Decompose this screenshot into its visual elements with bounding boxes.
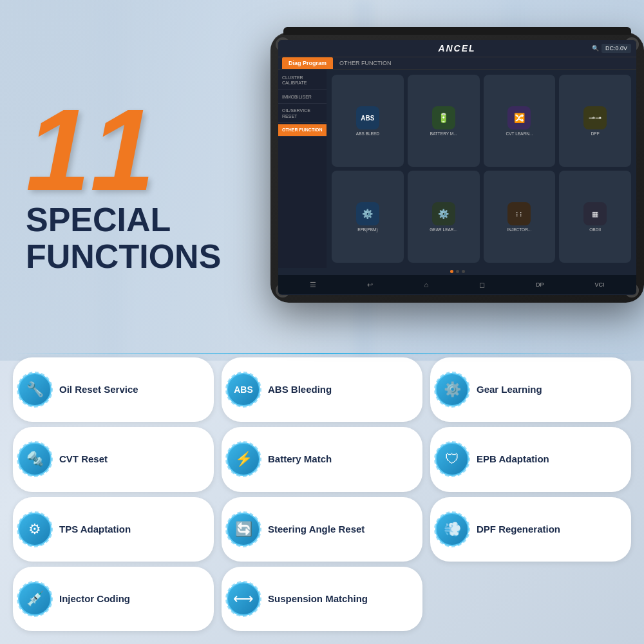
battery-match-icon-wrap: ⚡	[227, 442, 260, 476]
steering-reset-label: Steering Angle Reset	[268, 524, 365, 535]
grid-epb[interactable]: ⚙️ EPB(PBM)	[332, 171, 404, 263]
sidebar-other[interactable]: OTHER FUNCTION	[278, 124, 327, 137]
grid-obd[interactable]: ▦ OBDII	[559, 171, 631, 263]
sidebar-oil[interactable]: OIL/SERVICE RESET	[278, 105, 327, 123]
left-text-block: 11 SPECIAL FUNCTIONS	[26, 92, 221, 275]
feature-cvt-reset: 🔩 CVT Reset	[13, 427, 214, 491]
feature-gear-learning: ⚙️ Gear Learning	[430, 357, 631, 422]
feature-suspension-matching: ⟷ Suspension Matching	[222, 567, 422, 631]
number-display: 11	[26, 92, 221, 208]
grid-cvt[interactable]: 🔀 CVT LEARN...	[484, 75, 556, 167]
tab-diag-program[interactable]: Diag Program	[282, 57, 333, 69]
tps-adaptation-label: TPS Adaptation	[59, 524, 131, 535]
device-container: ANCEL 🔍 DC:0.0V Diag Program OTHER FUNCT…	[258, 6, 644, 354]
suspension-matching-icon: ⟷	[233, 591, 254, 607]
injector-icon: ⫶⫶	[507, 202, 531, 225]
dpf-label: DPF	[591, 131, 600, 136]
feature-steering-reset: 🔄 Steering Angle Reset	[222, 497, 422, 562]
epb-icon: ⚙️	[356, 202, 379, 225]
cvt-reset-icon-wrap: 🔩	[18, 442, 52, 476]
dpf-regen-icon-wrap: 💨	[435, 513, 469, 546]
features-section: 🔧 Oil Reset Service ABS ABS Bleeding ⚙️ …	[13, 357, 631, 631]
feature-dpf-regen: 💨 DPF Regeneration	[430, 497, 631, 562]
grid-abs[interactable]: ABS ABS BLEED	[332, 75, 404, 167]
oil-reset-icon: 🔧	[26, 381, 44, 398]
injector-coding-icon: 💉	[26, 591, 44, 607]
battery-match-icon: ⚡	[235, 451, 252, 468]
steering-reset-icon-wrap: 🔄	[227, 513, 260, 546]
abs-icon: ABS	[356, 106, 379, 129]
grid-dpf[interactable]: ⊸⊸ DPF	[559, 75, 631, 167]
abs-label: ABS BLEED	[356, 131, 379, 136]
epb-label: EPB(PBM)	[357, 227, 377, 232]
screen-tabs: Diag Program OTHER FUNCTION	[278, 57, 636, 70]
battery-label: BATTERY M...	[430, 131, 457, 136]
gear-learning-icon-wrap: ⚙️	[435, 373, 469, 406]
gear-learning-icon: ⚙️	[444, 381, 461, 398]
dpf-regen-label: DPF Regeneration	[477, 524, 560, 535]
dp-label: DP	[536, 281, 544, 288]
dpf-regen-icon: 💨	[444, 521, 461, 538]
screen-sidebar: CLUSTER CALIBRATE IMMOBILISER OIL/SERVIC…	[278, 70, 327, 268]
abs-bleeding-icon: ABS	[234, 384, 253, 395]
vci-label: VCI	[595, 281, 605, 288]
dot-1	[450, 270, 453, 273]
back-btn[interactable]: ↩	[367, 281, 373, 289]
cvt-reset-label: CVT Reset	[59, 453, 108, 465]
feature-injector-coding: 💉 Injector Coding	[13, 567, 214, 631]
injector-label: INJECTOR...	[507, 227, 531, 232]
gear-label: GEAR LEAR...	[430, 227, 457, 232]
grid-injector[interactable]: ⫶⫶ INJECTOR...	[484, 171, 556, 263]
dpf-icon: ⊸⊸	[583, 106, 607, 129]
grid-battery[interactable]: 🔋 BATTERY M...	[408, 75, 480, 167]
feature-oil-reset: 🔧 Oil Reset Service	[13, 357, 214, 422]
screen-body: CLUSTER CALIBRATE IMMOBILISER OIL/SERVIC…	[278, 70, 636, 268]
feature-tps-adaptation: ⚙ TPS Adaptation	[13, 497, 214, 562]
epb-adaptation-icon: 🛡	[445, 451, 459, 468]
tab-other-function[interactable]: OTHER FUNCTION	[333, 57, 398, 69]
sidebar-cluster[interactable]: CLUSTER CALIBRATE	[278, 72, 327, 90]
pagination-dots	[278, 268, 636, 275]
tagline: SPECIAL FUNCTIONS	[26, 202, 221, 275]
abs-bleeding-label: ABS Bleeding	[268, 384, 332, 395]
suspension-matching-icon-wrap: ⟷	[227, 582, 260, 616]
battery-match-label: Battery Match	[268, 453, 332, 465]
obd-icon: ▦	[583, 202, 607, 225]
home-btn[interactable]: ⌂	[424, 281, 428, 289]
cvt-reset-icon: 🔩	[26, 451, 44, 468]
oil-reset-label: Oil Reset Service	[59, 384, 138, 395]
gear-learning-label: Gear Learning	[477, 384, 542, 395]
feature-abs-bleeding: ABS ABS Bleeding	[222, 357, 422, 422]
injector-coding-icon-wrap: 💉	[18, 582, 52, 616]
sidebar-immobiliser[interactable]: IMMOBILISER	[278, 91, 327, 104]
abs-bleeding-icon-wrap: ABS	[227, 373, 260, 406]
tps-adaptation-icon-wrap: ⚙	[18, 513, 52, 546]
suspension-matching-label: Suspension Matching	[268, 593, 368, 605]
cvt-icon: 🔀	[507, 106, 531, 129]
dot-2	[456, 270, 459, 273]
feature-epb-adaptation: 🛡 EPB Adaptation	[430, 427, 631, 491]
obd-label: OBDII	[589, 227, 601, 232]
recent-btn[interactable]: ◻	[479, 281, 485, 289]
grid-gear[interactable]: ⚙️ GEAR LEAR...	[408, 171, 480, 263]
epb-adaptation-icon-wrap: 🛡	[435, 442, 469, 476]
diagnostic-device: ANCEL 🔍 DC:0.0V Diag Program OTHER FUNCT…	[270, 32, 644, 303]
dot-3	[462, 270, 465, 273]
feature-battery-match: ⚡ Battery Match	[222, 427, 422, 491]
oil-reset-icon-wrap: 🔧	[18, 373, 52, 406]
screen-header: ANCEL 🔍 DC:0.0V	[278, 40, 636, 57]
function-grid: ABS ABS BLEED 🔋 BATTERY M... 🔀 CVT LEARN…	[327, 70, 636, 268]
menu-btn[interactable]: ☰	[310, 281, 316, 289]
brand-label: ANCEL	[326, 43, 588, 53]
epb-adaptation-label: EPB Adaptation	[477, 453, 549, 465]
gear-icon: ⚙️	[432, 202, 455, 225]
cvt-label: CVT LEARN...	[506, 131, 533, 136]
screen-bottom-bar: ☰ ↩ ⌂ ◻ DP VCI	[278, 275, 636, 294]
battery-icon: 🔋	[432, 106, 455, 129]
device-screen: ANCEL 🔍 DC:0.0V Diag Program OTHER FUNCT…	[278, 40, 636, 295]
steering-reset-icon: 🔄	[235, 521, 252, 538]
voltage-display: DC:0.0V	[601, 44, 631, 53]
tps-adaptation-icon: ⚙	[28, 521, 41, 538]
injector-coding-label: Injector Coding	[59, 593, 130, 605]
top-section: 11 SPECIAL FUNCTIONS ANCEL 🔍 DC:0.0V	[0, 0, 644, 361]
